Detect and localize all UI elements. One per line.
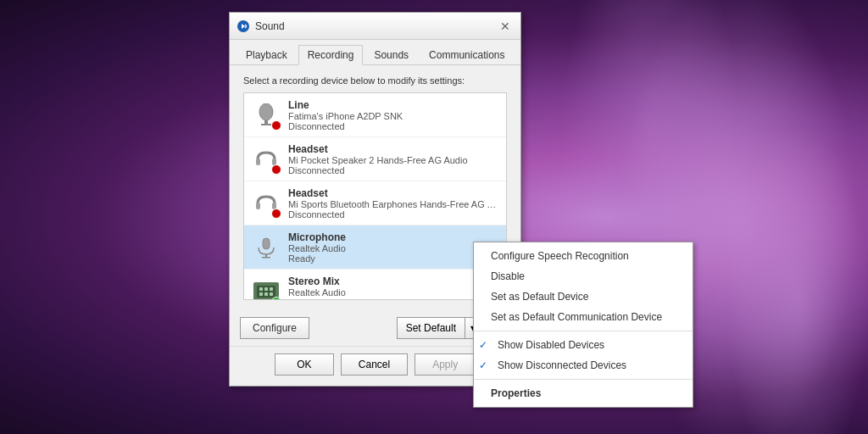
apply-button[interactable]: Apply (415, 353, 476, 376)
status-indicator-headset1 (271, 164, 281, 175)
device-info-stereomix: Stereo Mix Realtek Audio Default Device (288, 275, 499, 301)
status-indicator-stereomix (271, 297, 281, 301)
ctx-show-disabled[interactable]: Show Disabled Devices (474, 335, 693, 355)
device-status-headset2: Disconnected (288, 209, 499, 220)
title-bar: Sound ✕ (230, 13, 520, 40)
device-info-line: Line Fatima's iPhone A2DP SNK Disconnect… (288, 99, 499, 131)
context-menu: Configure Speech Recognition Disable Set… (473, 242, 693, 408)
device-item-stereomix[interactable]: Stereo Mix Realtek Audio Default Device (244, 270, 506, 300)
ok-button[interactable]: OK (275, 353, 334, 376)
dialog-title: Sound (255, 20, 497, 32)
device-icon-headset2 (251, 188, 281, 219)
tab-sounds[interactable]: Sounds (364, 45, 418, 64)
device-desc-headset2: Mi Sports Bluetooth Earphones Hands-Free… (288, 199, 499, 209)
configure-button[interactable]: Configure (240, 317, 309, 339)
device-desc-stereomix: Realtek Audio (288, 287, 499, 298)
svg-point-1 (259, 103, 273, 120)
ctx-set-default-comm[interactable]: Set as Default Communication Device (474, 307, 693, 327)
instruction-text: Select a recording device below to modif… (243, 75, 507, 86)
svg-rect-8 (263, 238, 270, 249)
device-info-headset1: Headset Mi Pocket Speaker 2 Hands-Free A… (288, 143, 499, 175)
device-status-microphone: Ready (288, 253, 492, 264)
device-item-headset2[interactable]: Headset Mi Sports Bluetooth Earphones Ha… (244, 181, 506, 225)
ctx-separator-2 (474, 379, 693, 380)
svg-rect-6 (256, 203, 260, 209)
close-button[interactable]: ✕ (497, 18, 514, 35)
ctx-show-disconnected[interactable]: Show Disconnected Devices (474, 355, 693, 376)
set-default-button[interactable]: Set Default (397, 317, 465, 339)
device-icon-microphone (251, 232, 281, 263)
svg-rect-10 (262, 257, 270, 259)
status-indicator-headset2 (271, 209, 281, 219)
svg-rect-4 (256, 159, 260, 165)
tab-playback[interactable]: Playback (236, 45, 297, 64)
device-name-line: Line (288, 99, 499, 111)
device-icon-stereomix (251, 276, 281, 301)
device-icon-headset1 (251, 144, 281, 175)
svg-rect-3 (261, 124, 271, 125)
status-indicator-line (271, 120, 281, 131)
device-name-headset2: Headset (288, 187, 499, 199)
ctx-set-default[interactable]: Set as Default Device (474, 287, 693, 307)
device-info-microphone: Microphone Realtek Audio Ready (288, 231, 492, 264)
tab-recording[interactable]: Recording (298, 45, 364, 65)
tab-communications[interactable]: Communications (420, 45, 514, 64)
ctx-separator-1 (474, 331, 693, 331)
device-status-headset1: Disconnected (288, 165, 499, 175)
device-status-line: Disconnected (288, 121, 499, 131)
device-name-stereomix: Stereo Mix (288, 275, 499, 287)
device-desc-line: Fatima's iPhone A2DP SNK (288, 111, 499, 121)
ctx-configure-speech[interactable]: Configure Speech Recognition (474, 246, 693, 266)
device-desc-microphone: Realtek Audio (288, 243, 492, 253)
device-desc-headset1: Mi Pocket Speaker 2 Hands-Free AG Audio (288, 155, 499, 165)
ctx-disable[interactable]: Disable (474, 266, 693, 287)
device-name-microphone: Microphone (288, 231, 492, 243)
device-name-headset1: Headset (288, 143, 499, 155)
device-info-headset2: Headset Mi Sports Bluetooth Earphones Ha… (288, 187, 499, 220)
device-list[interactable]: Line Fatima's iPhone A2DP SNK Disconnect… (243, 92, 507, 300)
ctx-properties[interactable]: Properties (474, 383, 693, 403)
cancel-button[interactable]: Cancel (341, 353, 408, 376)
device-item-headset1[interactable]: Headset Mi Pocket Speaker 2 Hands-Free A… (244, 137, 506, 181)
device-status-stereomix: Default Device (288, 298, 499, 301)
tab-bar: Playback Recording Sounds Communications (230, 40, 520, 65)
device-icon-line (251, 100, 281, 131)
dialog-icon (236, 19, 250, 33)
device-item-microphone[interactable]: Microphone Realtek Audio Ready (244, 225, 506, 270)
device-item-line[interactable]: Line Fatima's iPhone A2DP SNK Disconnect… (244, 93, 506, 137)
